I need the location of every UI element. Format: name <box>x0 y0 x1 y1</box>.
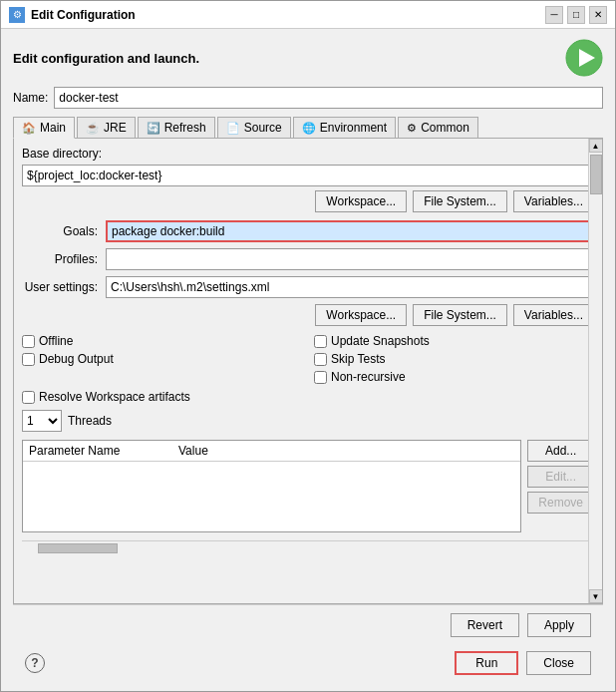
side-buttons: Add... Edit... Remove <box>527 440 594 536</box>
title-bar: ⚙ Edit Configuration ─ □ ✕ <box>1 1 615 29</box>
common-tab-icon: ⚙ <box>407 122 417 135</box>
main-panel: Base directory: Workspace... File System… <box>13 139 603 604</box>
goals-label: Goals: <box>22 224 102 238</box>
window-icon: ⚙ <box>9 7 25 23</box>
user-settings-label: User settings: <box>22 280 102 294</box>
jre-tab-icon: ☕ <box>86 122 100 135</box>
debug-output-checkbox-item: Debug Output <box>22 352 302 366</box>
bottom-scroll <box>22 540 594 554</box>
base-dir-label: Base directory: <box>22 147 594 161</box>
remove-button[interactable]: Remove <box>527 492 594 514</box>
debug-output-label: Debug Output <box>39 352 114 366</box>
update-snapshots-checkbox[interactable] <box>314 335 327 348</box>
header-subtitle: Edit configuration and launch. <box>13 51 199 66</box>
minimize-button[interactable]: ─ <box>545 6 563 24</box>
bottom-buttons: Run Close <box>455 651 591 675</box>
param-col2-header: Value <box>178 444 514 458</box>
param-section: Parameter Name Value Add... Edit... Remo… <box>22 440 594 536</box>
scroll-area: Base directory: Workspace... File System… <box>14 139 602 603</box>
tab-common[interactable]: ⚙ Common <box>398 117 478 138</box>
run-icon <box>565 39 603 77</box>
base-dir-buttons: Workspace... File System... Variables... <box>22 190 594 212</box>
maximize-button[interactable]: □ <box>567 6 585 24</box>
scroll-down-button[interactable]: ▼ <box>589 589 603 603</box>
user-settings-row: User settings: <box>22 276 594 298</box>
vertical-scrollbar: ▲ ▼ <box>588 139 602 603</box>
update-snapshots-label: Update Snapshots <box>331 334 430 348</box>
tab-source[interactable]: 📄 Source <box>217 117 291 138</box>
tab-main-label: Main <box>40 121 66 135</box>
tabs-bar: 🏠 Main ☕ JRE 🔄 Refresh 📄 Source 🌐 Enviro… <box>13 117 603 139</box>
threads-select[interactable]: 1 2 4 8 <box>22 410 62 432</box>
non-recursive-checkbox[interactable] <box>314 371 327 384</box>
file-system-button-2[interactable]: File System... <box>413 304 507 326</box>
tab-jre-label: JRE <box>104 121 127 135</box>
profiles-label: Profiles: <box>22 252 102 266</box>
user-settings-buttons: Workspace... File System... Variables... <box>22 304 594 326</box>
param-table: Parameter Name Value <box>22 440 521 532</box>
tab-environment[interactable]: 🌐 Environment <box>293 117 396 138</box>
goals-input[interactable] <box>106 220 594 242</box>
help-button[interactable]: ? <box>25 653 45 673</box>
variables-button-1[interactable]: Variables... <box>513 190 594 212</box>
resolve-workspace-checkbox[interactable] <box>22 391 35 404</box>
tab-refresh[interactable]: 🔄 Refresh <box>138 117 215 138</box>
env-tab-icon: 🌐 <box>302 122 316 135</box>
profiles-input[interactable] <box>106 248 594 270</box>
name-label: Name: <box>13 91 48 105</box>
goals-row: Goals: <box>22 220 594 242</box>
refresh-tab-icon: 🔄 <box>147 122 160 135</box>
workspace-button-2[interactable]: Workspace... <box>315 304 407 326</box>
main-tab-icon: 🏠 <box>22 122 36 135</box>
source-tab-icon: 📄 <box>226 122 240 135</box>
user-settings-input[interactable] <box>106 276 594 298</box>
param-table-body <box>23 462 520 531</box>
skip-tests-checkbox-item: Skip Tests <box>314 352 594 366</box>
window-title: Edit Configuration <box>31 8 545 22</box>
offline-label: Offline <box>39 334 73 348</box>
file-system-button-1[interactable]: File System... <box>413 190 507 212</box>
non-recursive-label: Non-recursive <box>331 370 406 384</box>
update-snapshots-checkbox-item: Update Snapshots <box>314 334 594 348</box>
tab-main[interactable]: 🏠 Main <box>13 117 75 139</box>
non-recursive-spacer <box>22 370 302 384</box>
base-dir-input[interactable] <box>22 165 594 186</box>
name-row: Name: <box>13 87 603 109</box>
debug-output-checkbox[interactable] <box>22 353 35 366</box>
threads-label: Threads <box>68 414 112 428</box>
workspace-button-1[interactable]: Workspace... <box>315 190 407 212</box>
close-button[interactable]: ✕ <box>589 6 607 24</box>
apply-button[interactable]: Apply <box>527 613 591 637</box>
variables-button-2[interactable]: Variables... <box>513 304 594 326</box>
horizontal-scrollbar-thumb[interactable] <box>38 543 118 553</box>
tab-common-label: Common <box>421 121 469 135</box>
tab-source-label: Source <box>244 121 282 135</box>
param-table-wrap: Parameter Name Value <box>22 440 521 536</box>
header: Edit configuration and launch. <box>13 39 603 77</box>
tab-refresh-label: Refresh <box>164 121 206 135</box>
add-button[interactable]: Add... <box>527 440 594 462</box>
bottom-bar: ? Run Close <box>13 645 603 683</box>
param-table-header: Parameter Name Value <box>23 441 520 462</box>
resolve-workspace-label: Resolve Workspace artifacts <box>39 390 190 404</box>
param-col1-header: Parameter Name <box>29 444 178 458</box>
checkbox-area: Offline Update Snapshots Debug Output Sk… <box>22 334 594 384</box>
offline-checkbox[interactable] <box>22 335 35 348</box>
threads-row: 1 2 4 8 Threads <box>22 410 594 432</box>
window-content: Edit configuration and launch. Name: 🏠 M… <box>1 29 615 691</box>
close-dialog-button[interactable]: Close <box>526 651 591 675</box>
resolve-workspace-row: Resolve Workspace artifacts <box>22 390 594 404</box>
skip-tests-checkbox[interactable] <box>314 353 327 366</box>
window-controls: ─ □ ✕ <box>545 6 607 24</box>
offline-checkbox-item: Offline <box>22 334 302 348</box>
tab-environment-label: Environment <box>320 121 387 135</box>
tab-jre[interactable]: ☕ JRE <box>77 117 136 138</box>
edit-button[interactable]: Edit... <box>527 466 594 488</box>
scroll-thumb[interactable] <box>590 155 602 194</box>
revert-button[interactable]: Revert <box>451 613 519 637</box>
scroll-up-button[interactable]: ▲ <box>589 139 603 153</box>
name-input[interactable] <box>54 87 603 109</box>
skip-tests-label: Skip Tests <box>331 352 385 366</box>
action-bar: Revert Apply <box>13 604 603 645</box>
run-button[interactable]: Run <box>455 651 518 675</box>
